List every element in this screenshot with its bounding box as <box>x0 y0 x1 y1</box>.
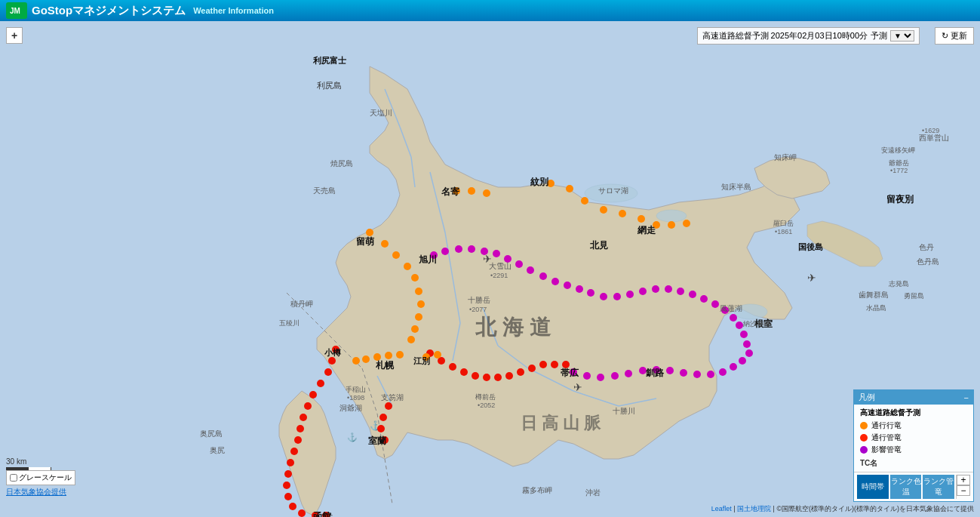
svg-point-122 <box>611 372 619 380</box>
grayscale-button[interactable]: グレースケール <box>6 470 75 485</box>
svg-text:JM: JM <box>10 7 20 15</box>
svg-point-134 <box>396 351 404 359</box>
legend-panel: 凡例 − 高速道路総督予測 通行行竜 通行管竜 影響管竜 TC名 時間帯 ランク… <box>853 389 974 502</box>
label-sapporo: 札幌 <box>376 359 394 372</box>
svg-point-71 <box>317 380 324 387</box>
svg-point-72 <box>309 391 317 399</box>
label-otaru: 小樽 <box>324 347 341 359</box>
label-muroran: 室蘭 <box>368 435 386 448</box>
svg-point-81 <box>284 493 292 500</box>
label-shakotan: 積丹岬 <box>290 299 313 309</box>
label-abashiri: 網走 <box>637 224 656 237</box>
svg-text:⚓: ⚓ <box>347 432 358 442</box>
svg-point-75 <box>296 425 304 432</box>
svg-point-99 <box>539 272 547 280</box>
svg-point-91 <box>441 248 449 255</box>
legend-label-red: 通行管竜 <box>871 432 902 443</box>
gsi-link[interactable]: 国土地理院 <box>737 505 771 512</box>
zoom-in-button[interactable]: + <box>6 27 23 44</box>
svg-point-44 <box>468 187 475 195</box>
svg-point-104 <box>600 293 607 300</box>
label-toya: 洞爺湖 <box>339 403 362 414</box>
svg-point-127 <box>680 369 687 377</box>
svg-point-113 <box>711 300 719 308</box>
svg-point-62 <box>505 372 513 380</box>
legend-item-orange: 通行行竜 <box>860 420 967 431</box>
legend-zoom-in[interactable]: + <box>957 475 970 485</box>
label-shiretoko: 知床岬 <box>774 152 797 163</box>
label-okushiri: 奥尻 <box>210 445 225 456</box>
svg-point-107 <box>639 288 647 295</box>
svg-point-102 <box>576 285 583 293</box>
svg-point-53 <box>668 221 675 229</box>
label-goryokawa: 五稜川 <box>279 319 300 328</box>
map-container[interactable]: ✈ ✈ ✈ ✈ ⚓ ⚓ <box>0 21 980 517</box>
refresh-button[interactable]: ↻ 更新 <box>935 27 974 45</box>
legend-btn-rank-color[interactable]: ランク色温 <box>890 475 922 499</box>
label-yotei-elev: •2052 <box>478 402 495 409</box>
leaflet-link[interactable]: Leaflet <box>711 505 732 512</box>
legend-btn-rank-manage[interactable]: ランク管竜 <box>923 475 954 499</box>
svg-point-65 <box>539 361 547 368</box>
label-shikotan2: 色丹島 <box>917 257 939 267</box>
label-taisetsu-elev: •2291 <box>490 272 508 279</box>
predict-select[interactable]: ▼ <box>890 30 914 42</box>
label-maruyama-elev: •1898 <box>347 394 364 402</box>
label-shibotsu: 志発島 <box>889 279 909 289</box>
svg-text:日 高 山 脈: 日 高 山 脈 <box>521 414 601 432</box>
svg-point-66 <box>551 361 558 368</box>
legend-zoom-out[interactable]: − <box>957 485 970 496</box>
label-okushiri-island: 奥尻島 <box>200 429 223 439</box>
label-teuri: 天売島 <box>313 186 336 196</box>
svg-point-48 <box>581 197 588 205</box>
label-obihiro: 帯広 <box>561 367 579 380</box>
svg-point-73 <box>304 402 312 410</box>
app-header: JM GoStopマネジメントシステム Weather Information <box>0 0 980 21</box>
label-nishitan: 西単営山 <box>919 133 949 143</box>
svg-point-117 <box>740 331 748 338</box>
label-nayoro: 名寄 <box>441 186 459 198</box>
svg-point-92 <box>455 245 462 253</box>
svg-point-38 <box>415 288 422 295</box>
svg-point-42 <box>407 336 415 343</box>
svg-point-36 <box>404 263 411 270</box>
legend-header: 凡例 − <box>854 390 973 405</box>
label-rishiri-island: 利尻島 <box>317 80 342 91</box>
svg-point-54 <box>683 220 690 227</box>
svg-point-79 <box>284 470 292 478</box>
label-kunashiri: 国後島 <box>798 242 823 253</box>
svg-point-111 <box>689 291 696 298</box>
legend-label-purple: 影響管竜 <box>871 445 902 455</box>
label-monbetsu: 紋別 <box>530 176 548 189</box>
svg-point-61 <box>494 374 502 381</box>
label-nishitan-elev: •1629 <box>922 127 939 134</box>
app-subtitle: Weather Information <box>193 6 274 15</box>
svg-point-39 <box>417 300 425 308</box>
jma-link[interactable]: 日本気象協会提供 <box>6 487 66 497</box>
legend-dot-orange <box>860 422 868 429</box>
info-text: 高速道路総督予測 2025年02月03日10時00分 <box>702 30 868 42</box>
zoom-controls: + <box>6 27 23 44</box>
label-kitami: 北見 <box>590 239 608 252</box>
label-shiretoko-hantou: 知床半島 <box>721 182 751 192</box>
svg-point-57 <box>449 363 456 371</box>
legend-close-icon[interactable]: − <box>964 393 969 402</box>
grayscale-checkbox[interactable] <box>10 474 17 482</box>
label-shikotsu: 支笏湖 <box>381 392 404 403</box>
svg-point-129 <box>707 371 714 378</box>
svg-point-82 <box>289 503 296 510</box>
legend-btn-time[interactable]: 時間帯 <box>857 475 889 499</box>
label-suisho: 水晶島 <box>866 303 886 313</box>
svg-point-40 <box>415 313 422 321</box>
label-chachidake-elev: •1772 <box>890 167 908 174</box>
label-furen: 風蓮湖 <box>720 303 742 314</box>
svg-point-120 <box>583 372 591 380</box>
label-hakodate: 函館 <box>313 510 331 517</box>
svg-point-89 <box>385 402 392 410</box>
label-yuri: 勇留島 <box>904 291 924 301</box>
svg-point-49 <box>600 206 607 214</box>
svg-point-83 <box>298 509 306 517</box>
svg-point-70 <box>324 368 332 376</box>
label-rausu-elev: •1861 <box>775 228 792 235</box>
info-bar: 高速道路総督予測 2025年02月03日10時00分 予測 ▼ <box>697 27 920 45</box>
